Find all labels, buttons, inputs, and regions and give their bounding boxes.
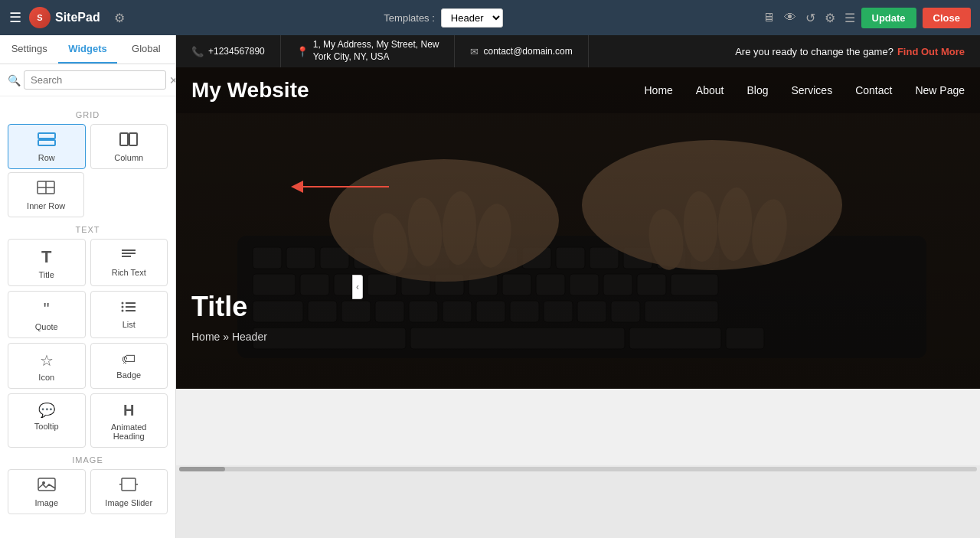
svg-rect-3 [129,133,137,145]
site-nav: My Website Home About Blog Services Cont… [176,67,980,113]
address-line1: 1, My Address, My Street, New [313,39,439,50]
widget-image[interactable]: Image [8,469,86,514]
site-nav-links: Home About Blog Services Contact New Pag… [644,84,965,96]
widget-image-slider[interactable]: Image Slider [90,469,168,514]
tab-settings[interactable]: Settings [0,35,58,64]
widget-badge-label: Badge [116,370,141,380]
widget-animated-heading[interactable]: H Animated Heading [90,393,168,448]
widget-column[interactable]: Column [90,124,168,169]
collapse-panel-arrow[interactable]: ‹ [352,275,363,299]
more-icon[interactable]: ☰ [844,11,855,25]
top-bar-icons: 🖥 👁 ↺ ⚙ ☰ [763,11,855,25]
widget-rich-text[interactable]: Rich Text [90,239,168,286]
widget-quote-label: Quote [35,322,58,331]
grid-inner-widgets: Inner Row [8,172,168,217]
quote-icon: " [44,299,50,319]
scrollbar-track [179,467,977,471]
svg-rect-0 [38,133,55,139]
email-icon: ✉ [470,46,479,57]
widget-row[interactable]: Row [8,124,86,169]
desktop-icon[interactable]: 🖥 [763,11,775,24]
widget-icon[interactable]: ☆ Icon [8,343,86,389]
cta-text: Are you ready to change the game? [735,46,893,57]
nav-link-home[interactable]: Home [644,84,672,96]
nav-link-services[interactable]: Services [791,84,832,96]
phone-icon: 📞 [191,46,204,57]
hamburger-icon[interactable]: ☰ [9,9,21,26]
widget-animated-heading-label: Animated Heading [96,422,163,441]
widget-title[interactable]: T Title [8,239,86,286]
cta-link[interactable]: Find Out More [897,46,965,57]
tooltip-icon: 💬 [38,402,55,419]
widget-tooltip-label: Tooltip [34,422,59,431]
update-button[interactable]: Update [861,8,916,28]
panel-tabs: Settings Widgets Global [0,35,175,64]
widget-icon-label: Icon [38,373,54,382]
hero-breadcrumb: Home » Header [191,331,267,343]
site-address: 📍 1, My Address, My Street, New York Cit… [281,35,456,67]
widget-list[interactable]: List [90,291,168,338]
gear-icon[interactable]: ⚙ [114,11,125,25]
title-icon: T [41,247,51,267]
nav-link-new-page[interactable]: New Page [915,84,965,96]
nav-link-blog[interactable]: Blog [746,84,768,96]
search-input[interactable] [24,70,166,90]
history-icon[interactable]: ↺ [805,11,815,25]
svg-point-12 [122,306,124,308]
image-icon [38,478,56,495]
list-icon [119,299,138,317]
close-button[interactable]: Close [923,8,971,28]
widget-row-label: Row [38,153,55,162]
templates-section: Templates : Header Footer Home About [384,8,502,28]
column-icon [119,132,138,150]
svg-rect-16 [38,478,55,491]
nav-link-about[interactable]: About [696,84,724,96]
logo-name: SitePad [55,11,100,24]
category-text: TEXT [8,225,168,234]
image-widgets: Image Image Slider [8,469,168,514]
scrollbar-thumb[interactable] [179,467,225,471]
nav-link-contact[interactable]: Contact [855,84,892,96]
widget-inner-row[interactable]: Inner Row [8,172,84,217]
eye-icon[interactable]: 👁 [784,11,796,24]
site-cta: Are you ready to change the game? Find O… [589,46,980,57]
svg-point-14 [122,310,124,312]
hero-overlay [176,67,980,389]
svg-rect-2 [120,133,128,145]
canvas-bottom [176,389,980,465]
widget-tooltip[interactable]: 💬 Tooltip [8,393,86,448]
widgets-list: GRID Row Column [0,96,175,538]
search-clear-button[interactable]: ✕ [169,74,176,86]
address-line2: York City, NY, USA [313,51,390,62]
widget-rich-text-label: Rich Text [112,268,146,277]
widget-title-label: Title [39,270,54,279]
widget-image-slider-label: Image Slider [105,498,152,507]
site-email-address: contact@domain.com [483,46,572,57]
category-image: IMAGE [8,455,168,465]
rich-text-icon [119,247,138,265]
animated-heading-icon: H [123,402,134,419]
top-bar-left: ☰ S SitePad ⚙ [9,7,125,28]
svg-rect-1 [38,140,55,145]
widget-list-label: List [122,320,136,329]
site-phone-number: +1234567890 [208,46,265,57]
site-email: ✉ contact@domain.com [455,35,588,67]
widget-image-label: Image [34,498,58,507]
widget-badge[interactable]: 🏷 Badge [90,343,168,389]
canvas-area: ‹ 📞 +1234567890 📍 1, My Address, My Stre… [176,35,980,538]
svg-point-10 [122,302,124,305]
hero-content: Title Home » Header [191,291,267,343]
logo: S SitePad [29,7,100,28]
site-address-text: 1, My Address, My Street, New York City,… [313,39,439,63]
widget-quote[interactable]: " Quote [8,291,86,338]
site-top-bar: 📞 +1234567890 📍 1, My Address, My Street… [176,35,980,67]
top-bar-right: 🖥 👁 ↺ ⚙ ☰ Update Close [763,8,971,28]
tab-global[interactable]: Global [117,35,175,64]
templates-select[interactable]: Header Footer Home About [441,8,503,28]
structure-icon[interactable]: ⚙ [825,11,835,25]
text-widgets: T Title Rich Text " Quote [8,239,168,448]
tab-widgets[interactable]: Widgets [58,35,116,64]
site-phone: 📞 +1234567890 [176,35,281,67]
search-icon: 🔍 [8,74,21,86]
horizontal-scrollbar[interactable] [176,465,980,473]
